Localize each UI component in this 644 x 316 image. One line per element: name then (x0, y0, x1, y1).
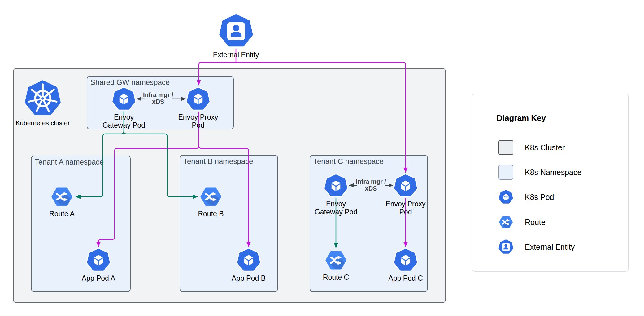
key-row-namespace: K8s Namespace (498, 165, 581, 180)
tenantc-proxy-label-line2: Pod (385, 208, 425, 216)
shared-gateway-label-line2: Gateway Pod (102, 121, 145, 129)
shared-gw-namespace-title: Shared GW namespace (90, 78, 170, 87)
key-label-external: External Entity (525, 243, 575, 252)
diagram-canvas: Shared GW namespace Tenant A namespace T… (0, 0, 644, 316)
shared-gateway-label-line1: Envoy (102, 113, 145, 121)
kubernetes-cluster-node: Kubernetes cluster (9, 80, 77, 127)
app-pod-b-node: App Pod B (215, 248, 283, 282)
key-row-external: External Entity (498, 239, 575, 255)
route-c-label: Route C (323, 273, 349, 281)
diagram-key-panel: Diagram Key K8s Cluster K8s Namespace K8… (472, 94, 629, 272)
k8s-namespace-swatch (498, 165, 513, 180)
route-c-node: Route C (302, 249, 370, 281)
shared-proxy-label-line1: Envoy Proxy (178, 113, 218, 121)
app-pod-c-label: App Pod C (388, 274, 423, 282)
k8s-pod-icon (498, 190, 513, 204)
app-pod-a-node: App Pod A (64, 248, 133, 282)
tenantc-infra-xds-label: Infra mgr / xDS (340, 178, 402, 192)
pod-icon (394, 248, 418, 272)
shared-infra-xds-label: Infra mgr / xDS (127, 91, 189, 105)
key-label-namespace: K8s Namespace (525, 168, 581, 177)
tenantc-gateway-label-line1: Envoy (315, 200, 357, 208)
key-label-cluster: K8s Cluster (525, 143, 565, 152)
external-entity-node: External Entity (202, 13, 270, 59)
pod-icon (186, 87, 210, 111)
tenantc-gateway-label-line2: Gateway Pod (315, 208, 357, 216)
kubernetes-cluster-label: Kubernetes cluster (15, 119, 70, 127)
tenant-c-namespace-title: Tenant C namespace (313, 157, 384, 166)
pod-icon (86, 248, 111, 272)
key-label-pod: K8s Pod (525, 193, 554, 202)
app-pod-b-label: App Pod B (232, 274, 266, 282)
kubernetes-icon (24, 80, 62, 117)
shared-proxy-label-line2: Pod (178, 121, 218, 129)
pod-icon (237, 248, 261, 272)
external-entity-icon (218, 13, 254, 49)
tenantc-proxy-label-line1: Envoy Proxy (385, 200, 425, 208)
route-icon (498, 215, 514, 230)
route-b-label: Route B (198, 210, 224, 218)
route-icon (198, 186, 223, 208)
route-a-label: Route A (49, 210, 75, 218)
app-pod-c-node: App Pod C (372, 248, 440, 282)
k8s-cluster-swatch (498, 140, 513, 155)
key-row-route: Route (498, 214, 546, 230)
key-row-pod: K8s Pod (498, 189, 554, 205)
route-b-node: Route B (177, 186, 245, 218)
tenant-b-namespace-title: Tenant B namespace (183, 157, 253, 166)
app-pod-a-label: App Pod A (82, 274, 115, 282)
external-entity-label: External Entity (213, 51, 259, 59)
tenant-a-namespace-title: Tenant A namespace (35, 158, 104, 166)
key-row-cluster: K8s Cluster (498, 140, 565, 155)
external-entity-icon (498, 239, 514, 255)
route-icon (324, 249, 348, 271)
route-a-node: Route A (28, 186, 96, 218)
route-icon (50, 186, 74, 208)
diagram-key-title: Diagram Key (497, 113, 546, 123)
key-label-route: Route (525, 218, 546, 227)
